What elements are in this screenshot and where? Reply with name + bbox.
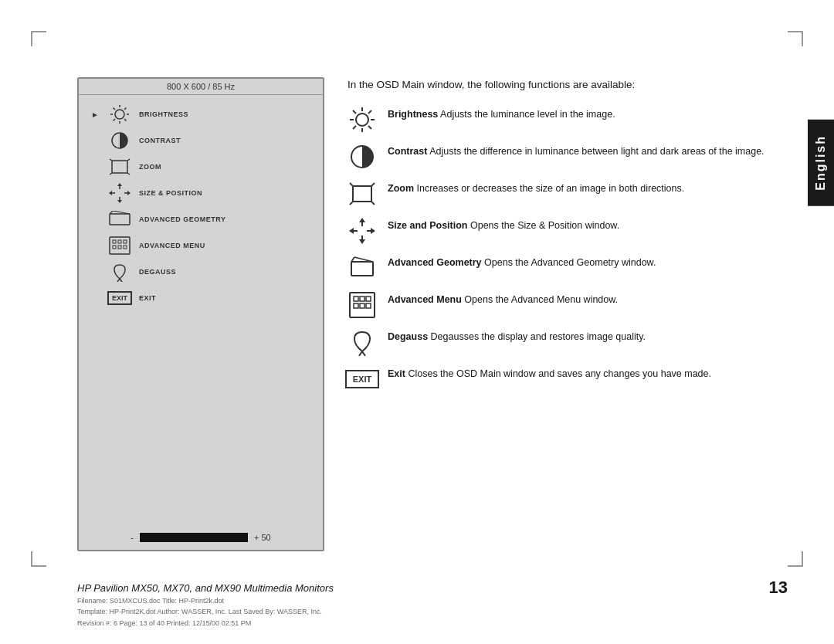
exit-button-label: EXIT [345, 370, 379, 388]
feature-contrast-icon [348, 142, 377, 171]
feature-name-degauss: Degauss [388, 331, 428, 342]
svg-line-41 [353, 110, 356, 114]
svg-rect-10 [112, 161, 127, 173]
feature-desc-brightness: Adjusts the luminance level in the image… [440, 109, 615, 120]
feature-item-degauss: Degauss Degausses the display and restor… [348, 327, 788, 357]
feature-desc-size-position: Opens the Size & Position window. [470, 220, 619, 231]
size-position-icon [108, 184, 131, 202]
osd-title-bar: 800 X 600 / 85 Hz [79, 79, 323, 95]
svg-rect-46 [353, 186, 371, 202]
svg-rect-31 [113, 246, 116, 249]
osd-item-degauss[interactable]: ► DEGAUSS [88, 259, 314, 285]
svg-line-7 [124, 108, 127, 110]
feature-item-exit: EXIT Exit Closes the OSD Main window and… [348, 364, 788, 394]
footer-line2: Template: HP-Print2K.dot Author: WASSER,… [77, 606, 788, 617]
osd-advanced-menu-label: ADVANCED MENU [139, 242, 205, 249]
svg-rect-65 [366, 297, 371, 301]
svg-rect-33 [124, 246, 127, 249]
advanced-menu-icon [108, 236, 131, 255]
svg-line-44 [353, 126, 356, 129]
osd-slider-row: - + 50 [79, 528, 323, 550]
osd-exit-label: EXIT [139, 294, 156, 302]
osd-item-zoom[interactable]: ► ZOOM [88, 154, 314, 180]
brightness-icon [108, 105, 131, 124]
feature-brightness-icon [348, 105, 377, 134]
svg-line-48 [371, 183, 375, 186]
feature-advanced-menu-icon [348, 290, 377, 320]
osd-zoom-label: ZOOM [139, 163, 161, 171]
svg-line-47 [350, 183, 353, 186]
feature-name-advanced-geometry: Advanced Geometry [388, 257, 482, 268]
svg-rect-68 [366, 303, 371, 308]
feature-size-position-icon [348, 216, 377, 246]
svg-marker-18 [117, 200, 122, 203]
osd-menu: ► BRIGHTNESS [79, 95, 323, 528]
feature-text-degauss: Degauss Degausses the display and restor… [388, 327, 646, 344]
advanced-geometry-icon [108, 210, 131, 229]
svg-marker-22 [127, 191, 131, 195]
svg-rect-23 [110, 214, 130, 225]
footer: Filename: S01MXCUS.doc Title: HP-Print2k… [77, 595, 788, 629]
svg-line-49 [350, 202, 353, 205]
feature-text-exit: Exit Closes the OSD Main window and save… [388, 364, 711, 381]
svg-marker-58 [371, 228, 375, 234]
osd-item-exit[interactable]: ► EXIT EXIT [88, 285, 314, 311]
feature-desc-zoom: Increases or decreases the size of an im… [417, 183, 685, 194]
svg-marker-16 [117, 183, 122, 186]
svg-line-13 [110, 173, 112, 175]
osd-item-advanced-geometry[interactable]: ► ADVANCED GEOMETRY [88, 206, 314, 232]
feature-desc-contrast: Adjusts the difference in luminance betw… [429, 146, 764, 157]
svg-rect-32 [118, 246, 121, 249]
svg-line-35 [120, 279, 122, 282]
slider-minus-label: - [131, 533, 134, 542]
corner-mark-br [788, 551, 803, 567]
corner-mark-bl [31, 551, 46, 567]
osd-contrast-label: CONTRAST [139, 137, 181, 144]
corner-mark-tl [31, 31, 46, 46]
feature-desc-advanced-geometry: Opens the Advanced Geometry window. [484, 257, 656, 268]
osd-item-advanced-menu[interactable]: ► ADVANCED MENU [88, 232, 314, 259]
svg-rect-64 [360, 297, 364, 301]
footer-line3: Revision #: 6 Page: 13 of 40 Printed: 12… [77, 618, 788, 629]
feature-list: Brightness Adjusts the luminance level i… [348, 105, 788, 394]
feature-zoom-icon [348, 179, 377, 208]
svg-line-50 [371, 202, 375, 205]
feature-exit-icon: EXIT [348, 364, 377, 394]
svg-rect-28 [113, 240, 116, 243]
feature-item-advanced-geometry: Advanced Geometry Opens the Advanced Geo… [348, 253, 788, 283]
language-tab: English [808, 120, 834, 206]
feature-text-brightness: Brightness Adjusts the luminance level i… [388, 105, 615, 122]
svg-line-70 [362, 351, 365, 356]
svg-line-12 [127, 159, 130, 161]
osd-size-position-label: SIZE & POSITION [139, 189, 202, 197]
osd-item-size-position[interactable]: ► SIZE & POSITION [88, 180, 314, 206]
corner-mark-tr [788, 31, 803, 46]
feature-item-zoom: Zoom Increases or decreases the size of … [348, 179, 788, 208]
main-content: 800 X 600 / 85 Hz ► [77, 77, 788, 551]
svg-rect-66 [354, 303, 358, 308]
svg-rect-30 [124, 240, 127, 243]
svg-rect-59 [351, 262, 373, 276]
degauss-icon [108, 263, 131, 281]
feature-text-size-position: Size and Position Opens the Size & Posit… [388, 216, 619, 233]
intro-text: In the OSD Main window, the following fu… [348, 77, 788, 93]
osd-brightness-label: BRIGHTNESS [139, 110, 188, 118]
osd-item-contrast[interactable]: ► CONTRAST [88, 127, 314, 154]
feature-name-advanced-menu: Advanced Menu [388, 294, 462, 305]
svg-rect-67 [360, 303, 364, 308]
svg-point-36 [356, 114, 368, 126]
feature-name-contrast: Contrast [388, 146, 427, 157]
feature-advanced-geometry-icon [348, 253, 377, 283]
feature-item-advanced-menu: Advanced Menu Opens the Advanced Menu wi… [348, 290, 788, 320]
feature-text-advanced-geometry: Advanced Geometry Opens the Advanced Geo… [388, 253, 656, 270]
feature-name-size-position: Size and Position [388, 220, 468, 231]
feature-name-brightness: Brightness [388, 109, 438, 120]
svg-line-14 [127, 173, 130, 175]
svg-line-8 [114, 119, 116, 121]
zoom-icon [108, 158, 131, 176]
bottom-title: HP Pavilion MX50, MX70, and MX90 Multime… [77, 582, 334, 594]
exit-box: EXIT [107, 291, 132, 305]
osd-item-brightness[interactable]: ► BRIGHTNESS [88, 101, 314, 127]
svg-line-5 [114, 108, 116, 110]
svg-line-43 [368, 110, 371, 114]
